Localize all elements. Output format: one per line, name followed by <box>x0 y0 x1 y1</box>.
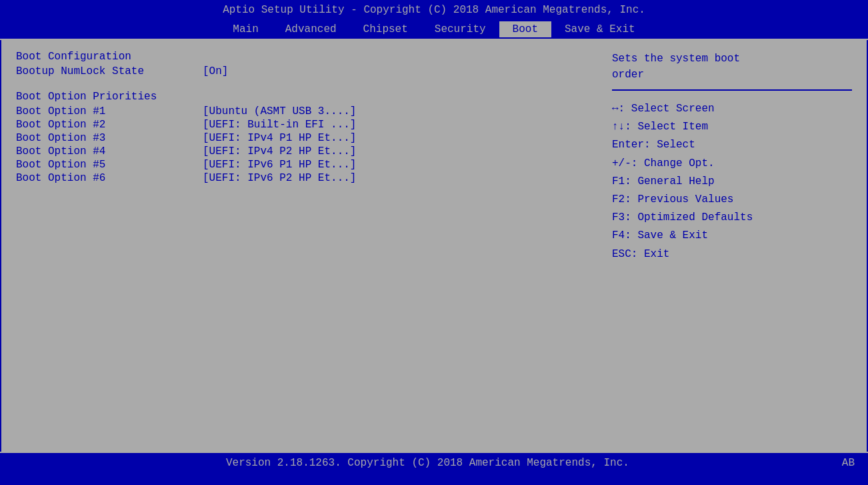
nav-advanced[interactable]: Advanced <box>272 21 350 37</box>
boot-option-5-value[interactable]: [UEFI: IPv6 P1 HP Et...] <box>203 159 356 171</box>
boot-option-6-row: Boot Option #6 [UEFI: IPv6 P2 HP Et...] <box>16 172 584 184</box>
boot-option-2-label[interactable]: Boot Option #2 <box>16 119 203 131</box>
numlock-label[interactable]: Bootup NumLock State <box>16 65 203 77</box>
footer-bar: Version 2.18.1263. Copyright (C) 2018 Am… <box>0 452 868 473</box>
boot-option-1-value[interactable]: [Ubuntu (ASMT USB 3....] <box>203 105 356 117</box>
boot-option-2-value[interactable]: [UEFI: Built-in EFI ...] <box>203 119 356 131</box>
help-text-line2: order <box>612 67 852 83</box>
boot-option-5-row: Boot Option #5 [UEFI: IPv6 P1 HP Et...] <box>16 159 584 171</box>
key-esc-exit: ESC: Exit <box>612 246 852 264</box>
main-content: Boot Configuration Bootup NumLock State … <box>1 40 867 452</box>
key-select-item: ↑↓: Select Item <box>612 118 852 136</box>
boot-option-3-row: Boot Option #3 [UEFI: IPv4 P1 HP Et...] <box>16 132 584 144</box>
numlock-value[interactable]: [On] <box>203 65 228 77</box>
right-panel: Sets the system boot order ↔: Select Scr… <box>599 41 865 450</box>
boot-option-4-row: Boot Option #4 [UEFI: IPv4 P2 HP Et...] <box>16 145 584 157</box>
boot-option-4-value[interactable]: [UEFI: IPv4 P2 HP Et...] <box>203 145 356 157</box>
boot-option-6-label[interactable]: Boot Option #6 <box>16 172 203 184</box>
left-panel: Boot Configuration Bootup NumLock State … <box>3 41 599 450</box>
footer-version: Version 2.18.1263. Copyright (C) 2018 Am… <box>13 457 842 469</box>
key-select-screen: ↔: Select Screen <box>612 100 852 118</box>
boot-option-4-label[interactable]: Boot Option #4 <box>16 145 203 157</box>
numlock-row: Bootup NumLock State [On] <box>16 65 584 77</box>
boot-config-header: Boot Configuration <box>16 51 584 63</box>
key-enter-select: Enter: Select <box>612 136 852 154</box>
nav-bar: Main Advanced Chipset Security Boot Save… <box>0 19 868 40</box>
key-f4-save: F4: Save & Exit <box>612 227 852 245</box>
nav-chipset[interactable]: Chipset <box>350 21 421 37</box>
key-f2-previous: F2: Previous Values <box>612 191 852 209</box>
nav-save-exit[interactable]: Save & Exit <box>551 21 649 37</box>
boot-option-2-row: Boot Option #2 [UEFI: Built-in EFI ...] <box>16 119 584 131</box>
boot-option-6-value[interactable]: [UEFI: IPv6 P2 HP Et...] <box>203 172 356 184</box>
boot-priorities-header: Boot Option Priorities <box>16 91 584 103</box>
nav-boot[interactable]: Boot <box>499 21 551 37</box>
footer-ab: AB <box>842 457 855 469</box>
key-f3-defaults: F3: Optimized Defaults <box>612 209 852 227</box>
boot-option-1-row: Boot Option #1 [Ubuntu (ASMT USB 3....] <box>16 105 584 117</box>
nav-main[interactable]: Main <box>219 21 271 37</box>
nav-security[interactable]: Security <box>421 21 499 37</box>
boot-option-3-value[interactable]: [UEFI: IPv4 P1 HP Et...] <box>203 132 356 144</box>
key-f1-help: F1: General Help <box>612 173 852 191</box>
key-change-opt: +/-: Change Opt. <box>612 155 852 173</box>
title-bar: Aptio Setup Utility - Copyright (C) 2018… <box>0 0 868 19</box>
boot-option-3-label[interactable]: Boot Option #3 <box>16 132 203 144</box>
boot-option-1-label[interactable]: Boot Option #1 <box>16 105 203 117</box>
help-text-line1: Sets the system boot <box>612 51 852 67</box>
divider <box>612 89 852 91</box>
boot-option-5-label[interactable]: Boot Option #5 <box>16 159 203 171</box>
title-text: Aptio Setup Utility - Copyright (C) 2018… <box>223 4 645 16</box>
